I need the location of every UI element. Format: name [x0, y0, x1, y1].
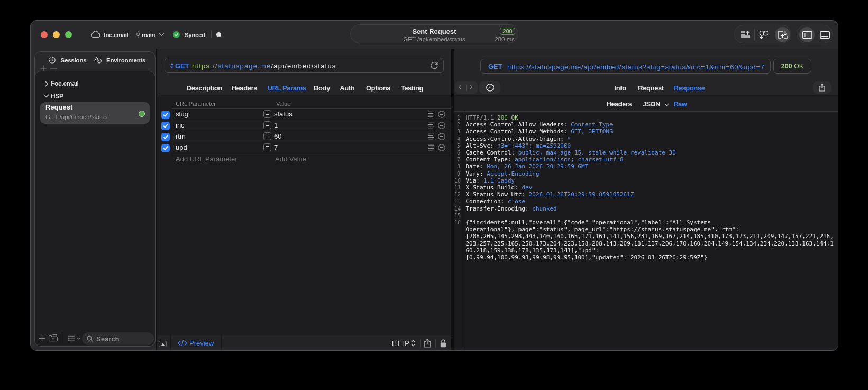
param-name[interactable]: slug [176, 110, 188, 118]
code-segment: Content-Type [571, 121, 613, 128]
param-checkbox[interactable] [161, 111, 170, 119]
response-status-text: OK [794, 62, 803, 70]
export-response-button[interactable] [813, 81, 831, 94]
tree-group-foe-email[interactable]: Foe.email [51, 80, 79, 87]
export-list-icon[interactable] [741, 31, 751, 38]
request-url-bar[interactable]: GET https://statuspage.me/api/embed/stat… [165, 58, 444, 73]
add-folder-icon[interactable] [49, 334, 58, 342]
environments-icon [94, 57, 102, 64]
protocol-select-arrows-icon[interactable] [411, 340, 415, 347]
line-text: Transfer-Encoding: chunked [466, 205, 557, 212]
method-select-arrows-icon[interactable] [170, 62, 174, 69]
param-value[interactable]: 60 [274, 132, 281, 140]
text-lines-icon[interactable] [428, 111, 435, 117]
line-text: Access-Control-Allow-Origin: * [466, 135, 571, 142]
text-lines-icon[interactable] [428, 133, 435, 140]
code-line: [208,205,145,298,443,140,160,165,171,161… [454, 233, 838, 240]
request-item-path: GET /api/embed/status [45, 114, 107, 120]
response-tab-info[interactable]: Info [615, 84, 626, 92]
layout-sidebar-icon[interactable] [802, 31, 812, 39]
line-number: 5 [454, 142, 460, 149]
layout-bottom-icon[interactable] [820, 31, 830, 39]
request-url-text[interactable]: https://statuspage.me/api/embed/status [192, 62, 336, 70]
code-segment: 1.1 Caddy [483, 177, 515, 184]
add-value-placeholder[interactable]: Add Value [275, 155, 306, 163]
remove-row-icon[interactable] [438, 111, 445, 118]
add-param-placeholder[interactable]: Add URL Parameter [176, 155, 237, 163]
preview-label[interactable]: Preview [189, 339, 214, 347]
chevron-down-tree-icon[interactable] [43, 94, 49, 98]
code-segment: * [568, 135, 571, 142]
text-lines-icon[interactable] [428, 144, 435, 151]
line-number: 12 [454, 191, 460, 198]
code-line: 1HTTP/1.1 200 OK [454, 114, 838, 121]
share-icon[interactable] [424, 339, 431, 348]
response-subtab-json[interactable]: JSON [643, 101, 660, 108]
remove-row-icon[interactable] [438, 133, 445, 140]
text-lines-icon[interactable] [428, 122, 435, 129]
request-method[interactable]: GET [175, 62, 189, 70]
share-response-icon [819, 84, 825, 92]
code-line: 13Connection: close [454, 198, 838, 205]
tree-group-hsp[interactable]: HSP [51, 93, 63, 100]
remove-row-icon[interactable] [438, 144, 445, 151]
request-list-item[interactable]: Request GET /api/embed/status [40, 102, 150, 124]
request-tab-options[interactable]: Options [366, 84, 390, 92]
code-line: Operational"},"page":"status","page_url"… [454, 226, 838, 233]
request-tab-headers[interactable]: Headers [232, 84, 258, 92]
request-tab-testing[interactable]: Testing [401, 84, 423, 92]
sidebar-tab-sessions[interactable]: Sessions [61, 57, 87, 64]
search-field[interactable]: Search [82, 332, 154, 345]
request-tab-description[interactable]: Description [187, 84, 222, 92]
code-segment: 203,257,225,165,250,173,204,223,158,208,… [466, 240, 834, 247]
json-chevron-icon [664, 103, 669, 106]
param-checkbox[interactable] [161, 144, 170, 152]
history-clock-button[interactable] [479, 81, 500, 94]
request-status-pill[interactable]: Sent Request GET /api/embed/status 200 2… [350, 24, 518, 43]
code-line: 203,257,225,165,250,173,204,223,158,208,… [454, 240, 838, 247]
code-segment: Access-Control-Allow-Headers: [466, 121, 571, 128]
refresh-icon[interactable] [430, 61, 438, 70]
param-name[interactable]: rtm [176, 132, 186, 140]
nav-forward-icon[interactable]: › [470, 82, 472, 92]
response-tab-response[interactable]: Response [674, 84, 705, 92]
response-tab-request[interactable]: Request [638, 84, 664, 92]
import-merge-icon[interactable] [759, 31, 769, 39]
remove-row-icon[interactable] [438, 122, 445, 129]
param-row-slug: slug = status [157, 108, 451, 120]
desktop: foe.email main Synced Sent Request GET /… [0, 0, 868, 390]
line-text: Cache-Control: public, max-age=15, stale… [466, 149, 676, 156]
send-receive-icon[interactable] [778, 31, 788, 39]
param-value[interactable]: 1 [274, 121, 278, 129]
protocol-label[interactable]: HTTP [392, 340, 409, 347]
request-tab-url-params[interactable]: URL Params [268, 84, 306, 92]
param-value[interactable]: status [274, 110, 293, 118]
equals-box: = [263, 110, 271, 118]
param-checkbox[interactable] [161, 122, 170, 130]
collapse-editor-button[interactable] [159, 341, 167, 347]
code-segment: Date: [466, 163, 487, 170]
request-tab-auth[interactable]: Auth [340, 84, 354, 92]
chevron-down-icon[interactable] [159, 33, 165, 37]
param-name[interactable]: upd [176, 143, 187, 151]
response-subtab-headers[interactable]: Headers [607, 101, 632, 108]
add-request-icon[interactable] [39, 335, 45, 341]
chevron-right-icon[interactable] [45, 81, 49, 87]
response-status-box: 200 OK [773, 59, 811, 74]
request-tab-body[interactable]: Body [314, 84, 330, 92]
param-checkbox[interactable] [161, 133, 170, 141]
param-value[interactable]: 7 [274, 143, 278, 151]
remove-session-icon[interactable] [50, 68, 57, 69]
code-segment: Transfer-Encoding: [466, 205, 533, 212]
nav-back-icon[interactable]: ‹ [459, 82, 461, 92]
sent-request-url-bar[interactable]: GET https://statuspage.me/api/embed/stat… [480, 59, 771, 74]
response-subtab-raw[interactable]: Raw [674, 101, 687, 108]
line-text: Access-Control-Allow-Methods: GET, OPTIO… [466, 128, 613, 135]
param-name[interactable]: inc [176, 121, 185, 129]
response-raw-view[interactable]: 1HTTP/1.1 200 OK2Access-Control-Allow-He… [454, 112, 838, 351]
sidebar-tab-environments[interactable]: Environments [106, 57, 145, 64]
code-segment: HTTP/1.1 [466, 114, 498, 121]
sort-list-icon[interactable] [68, 335, 82, 341]
titlebar-separator [211, 30, 212, 38]
line-number: 6 [454, 149, 460, 156]
